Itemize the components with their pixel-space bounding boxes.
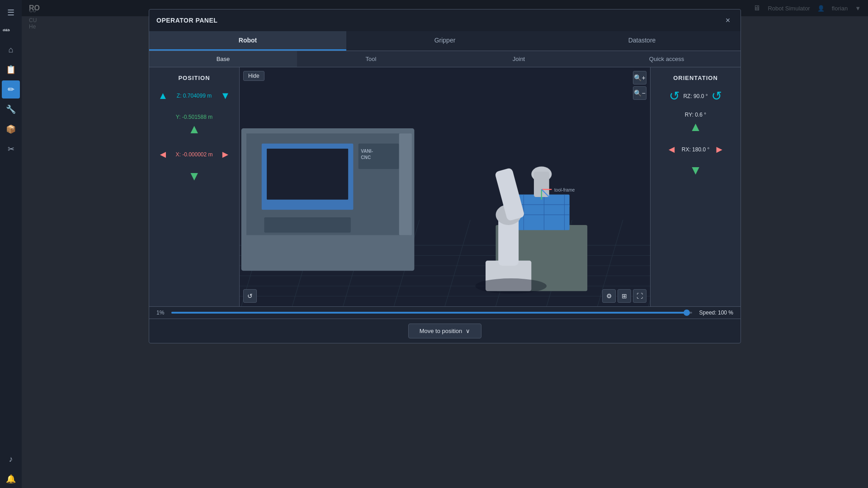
svg-text:VANI-: VANI- [361,149,373,154]
sidebar-edit-icon[interactable]: ✏ [2,80,20,99]
rz-control: ↺ RZ: 90.0 ° ↻ [658,89,733,103]
modal-body: POSITION ▲ Z: 0.704099 m ▼ Y: -0.501588 … [149,67,741,306]
sub-tab-base[interactable]: Base [149,51,297,67]
speed-max-label: Speed: 100 % [699,310,733,316]
ry-control: RY: 0.6 ° ▲ [658,112,733,134]
main-tab-bar: Robot Gripper Datastore [149,31,741,51]
sub-tab-tool[interactable]: Tool [297,51,445,67]
orientation-panel: ORIENTATION ↺ RZ: 90.0 ° ↻ RY: 0.6 ° ▲ [650,67,741,306]
sidebar-cut-icon[interactable]: ✂ [2,140,20,158]
move-btn-label: Move to position [420,328,462,334]
fullscreen-button[interactable]: ⛶ [633,289,646,303]
tab-datastore[interactable]: Datastore [543,31,741,51]
rx-value: RX: 180.0 ° [682,146,710,153]
rz-left-button[interactable]: ↺ [669,89,679,103]
modal-overlay: OPERATOR PANEL × Robot Gripper Datastore… [22,0,868,488]
move-btn-bar: Move to position ∨ [149,319,741,343]
speed-min-label: 1% [156,310,164,316]
x-left-button[interactable]: ◄ [156,147,170,162]
app-logo: d&b [3,25,19,35]
hide-button[interactable]: Hide [243,71,264,81]
settings-button[interactable]: ⚙ [602,289,616,303]
sidebar-menu-icon[interactable]: ☰ [2,4,20,22]
ry-value: RY: 0.6 ° [685,112,706,118]
sidebar-tools-icon[interactable]: 🔧 [2,100,20,118]
modal-close-button[interactable]: × [722,15,733,26]
rz-value: RZ: 90.0 ° [683,93,708,99]
sidebar-docs-icon[interactable]: 📋 [2,61,20,79]
move-to-position-button[interactable]: Move to position ∨ [408,324,482,338]
zoom-in-button[interactable]: 🔍+ [633,71,646,84]
ry-up-button[interactable]: ▲ [689,120,703,134]
y-axis-control: Y: -0.501588 m ▲ [156,114,232,136]
rx-right-button[interactable]: ► [712,142,726,157]
operator-panel-modal: OPERATOR PANEL × Robot Gripper Datastore… [149,9,741,343]
rx-control: ◄ RX: 180.0 ° ► [658,142,733,157]
sub-tab-quick-access[interactable]: Quick access [593,51,741,67]
sidebar-home-icon[interactable]: ⌂ [2,41,20,59]
z-value: Z: 0.704099 m [174,93,215,99]
main-area: RO 🖥 Robot Simulator 👤 florian ▼ Co CUHe… [22,0,868,488]
sub-tab-joint[interactable]: Joint [445,51,593,67]
rx-left-button[interactable]: ◄ [665,142,679,157]
x-axis-control: ◄ X: -0.000002 m ► [156,147,232,162]
z-axis-control: ▲ Z: 0.704099 m ▼ [156,89,232,103]
speed-bar: 1% Speed: 100 % [149,306,741,319]
svg-rect-25 [399,133,412,235]
svg-rect-20 [267,149,348,200]
svg-rect-21 [264,217,350,233]
sidebar: ☰ d&b ⌂ 📋 ✏ 🔧 📦 ✂ ♪ 🔔 [0,0,22,488]
y-up-button[interactable]: ▲ [187,122,202,136]
svg-text:tool-frame: tool-frame [554,188,575,192]
z-axis-row: ▲ Z: 0.704099 m ▼ [156,89,233,103]
rz-row: ↺ RZ: 90.0 ° ↻ [669,89,722,103]
ry-down-control: ▼ [689,163,703,178]
modal-header: OPERATOR PANEL × [149,9,741,31]
viewport-zoom-controls: 🔍+ 🔍− [633,71,646,100]
viewport-bottom-right: ⚙ ⊞ ⛶ [602,289,646,303]
viewport-bottom-left: ↺ [243,289,257,303]
sub-tab-bar: Base Tool Joint Quick access [149,51,741,67]
speed-slider-fill [171,312,687,314]
chevron-down-icon: ∨ [466,328,470,334]
rz-right-button[interactable]: ↻ [712,89,722,103]
z-down-button[interactable]: ▼ [218,89,233,103]
y-value: Y: -0.501588 m [176,114,212,120]
zoom-out-button[interactable]: 🔍− [633,86,646,100]
modal-title: OPERATOR PANEL [156,17,217,24]
y-down-control: ▼ [187,169,202,183]
x-right-button[interactable]: ► [218,147,233,162]
speed-slider[interactable] [171,312,692,314]
svg-text:CNC: CNC [361,155,371,160]
reset-view-button[interactable]: ↺ [243,289,257,303]
z-up-button[interactable]: ▲ [156,89,170,103]
x-value: X: -0.000002 m [174,151,215,158]
sidebar-bell-icon[interactable]: 🔔 [2,470,20,488]
ry-down-button[interactable]: ▼ [689,163,703,178]
position-title: POSITION [178,75,210,81]
viewport-bottom-controls: ↺ ⚙ ⊞ ⛶ [243,289,646,303]
speed-slider-thumb[interactable] [684,310,690,316]
x-axis-row: ◄ X: -0.000002 m ► [156,147,233,162]
y-down-button[interactable]: ▼ [187,169,202,183]
rx-row: ◄ RX: 180.0 ° ► [665,142,727,157]
position-panel: POSITION ▲ Z: 0.704099 m ▼ Y: -0.501588 … [149,67,240,306]
sidebar-packages-icon[interactable]: 📦 [2,120,20,138]
grid-button[interactable]: ⊞ [618,289,631,303]
tab-gripper[interactable]: Gripper [346,31,543,51]
3d-scene: VANI- CNC [240,67,650,306]
tab-robot[interactable]: Robot [149,31,346,51]
3d-viewport[interactable]: Hide [240,67,650,306]
orientation-title: ORIENTATION [673,75,718,81]
sidebar-music-icon[interactable]: ♪ [2,450,20,468]
svg-text:d&b: d&b [3,28,10,32]
